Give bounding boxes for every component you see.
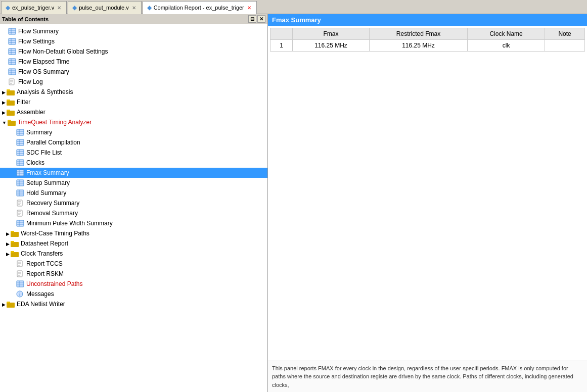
table-area: Fmax Restricted Fmax Clock Name Note 111… <box>268 26 587 361</box>
tree-item-clock_transfers[interactable]: ▶Clock Transfers <box>0 249 267 259</box>
tree-item-fmax_summary[interactable]: Fmax Summary <box>0 168 267 178</box>
tree-item-label: Removal Summary <box>26 210 78 217</box>
tree-item-label: Flow Elapsed Time <box>18 58 69 65</box>
svg-rect-31 <box>8 120 11 121</box>
tree-item-report_rskm[interactable]: Report RSKM <box>0 269 267 279</box>
doc-icon <box>16 209 24 217</box>
tab-ex-pulse-triger[interactable]: ◆ ex_pulse_triger.v ✕ <box>1 1 67 14</box>
tree-item-sdc_file[interactable]: SDC File List <box>0 148 267 158</box>
col-restricted-fmax: Restricted Fmax <box>369 28 467 40</box>
folder-icon <box>7 108 15 116</box>
tree-item-flow_elapsed[interactable]: Flow Elapsed Time <box>0 57 267 67</box>
tree-item-flow_settings[interactable]: Flow Settings <box>0 36 267 46</box>
folder-icon <box>8 118 16 126</box>
tab-close-2[interactable]: ✕ <box>131 5 137 11</box>
tree-item-fitter[interactable]: ▶Fitter <box>0 97 267 107</box>
svg-rect-29 <box>7 110 10 111</box>
tab-label-3: Compilation Report - ex_pulse_triger <box>154 5 244 11</box>
tree-item-timequest[interactable]: ▼TimeQuest Timing Analyzer <box>0 117 267 127</box>
expand-icon[interactable]: ▶ <box>2 90 6 95</box>
tab-file-icon-2: ◆ <box>72 4 77 11</box>
svg-rect-52 <box>17 180 24 186</box>
table-icon <box>16 280 24 288</box>
info-icon: i <box>16 290 24 298</box>
tree-indent: ▶ <box>2 99 7 106</box>
tree-item-analysis[interactable]: ▶Analysis & Synthesis <box>0 87 267 97</box>
tab-compilation-report[interactable]: ◆ Compilation Report - ex_pulse_triger ✕ <box>143 1 257 14</box>
expand-icon[interactable]: ▶ <box>6 252 10 257</box>
svg-rect-4 <box>9 38 16 44</box>
col-fmax: Fmax <box>293 28 370 40</box>
tree-item-recovery_summary[interactable]: Recovery Summary <box>0 198 267 208</box>
close-button[interactable]: ✕ <box>257 15 265 23</box>
svg-text:i: i <box>19 292 20 297</box>
tree-item-setup_summary[interactable]: Setup Summary <box>0 178 267 188</box>
expand-icon[interactable]: ▶ <box>2 302 6 307</box>
table-row: 1116.25 MHz116.25 MHzclk <box>270 40 585 52</box>
collapse-icon[interactable]: ▼ <box>2 120 7 125</box>
main-area: Table of Contents ⊟ ✕ Flow SummaryFlow S… <box>0 14 587 392</box>
tree-item-messages[interactable]: iMessages <box>0 289 267 299</box>
tree-item-removal_summary[interactable]: Removal Summary <box>0 208 267 218</box>
expand-icon[interactable]: ▶ <box>6 241 10 247</box>
expand-icon[interactable]: ▶ <box>6 231 10 236</box>
description-area: This panel reports FMAX for every clock … <box>268 361 587 393</box>
tree-item-flow_os[interactable]: Flow OS Summary <box>0 67 267 77</box>
tree-item-report_tccs[interactable]: Report TCCS <box>0 259 267 269</box>
table-icon <box>16 159 24 167</box>
tree-item-parallel_comp[interactable]: Parallel Compilation <box>0 137 267 148</box>
col-note: Note <box>545 28 585 40</box>
tree-item-summary[interactable]: Summary <box>0 127 267 137</box>
tab-report-icon: ◆ <box>147 4 152 11</box>
tree-item-unconstrained[interactable]: Unconstrained Paths <box>0 279 267 289</box>
tree-item-label: Recovery Summary <box>26 200 79 207</box>
table-icon <box>16 149 24 157</box>
tree-item-flow_summary[interactable]: Flow Summary <box>0 26 267 36</box>
tab-file-icon: ◆ <box>6 4 10 11</box>
tree-item-label: Analysis & Synthesis <box>17 88 73 95</box>
app-container: ◆ ex_pulse_triger.v ✕ ◆ pulse_out_module… <box>0 0 587 392</box>
expand-icon[interactable]: ▶ <box>2 110 6 115</box>
tree-indent: ▶ <box>6 250 11 257</box>
svg-rect-86 <box>17 281 24 287</box>
tab-close-3[interactable]: ✕ <box>246 5 252 11</box>
tree-indent: ▶ <box>2 109 7 116</box>
col-clock-name: Clock Name <box>468 28 545 40</box>
tree-container[interactable]: Flow SummaryFlow SettingsFlow Non-Defaul… <box>0 24 267 392</box>
table-icon <box>8 68 16 76</box>
tree-item-hold_summary[interactable]: Hold Summary <box>0 188 267 198</box>
tree-item-label: Worst-Case Timing Paths <box>21 230 89 237</box>
tree-item-worst_case[interactable]: ▶Worst-Case Timing Paths <box>0 228 267 238</box>
cell-note <box>545 40 585 52</box>
table-icon <box>16 138 24 146</box>
svg-rect-44 <box>17 160 24 166</box>
tab-close-1[interactable]: ✕ <box>56 5 62 11</box>
right-panel: Fmax Summary Fmax Restricted Fmax Clock … <box>268 14 587 392</box>
tree-item-flow_log[interactable]: Flow Log <box>0 77 267 87</box>
dock-button[interactable]: ⊟ <box>248 15 256 23</box>
tree-item-assembler[interactable]: ▶Assembler <box>0 107 267 117</box>
tree-indent: ▼ <box>2 119 8 126</box>
table-icon <box>8 27 16 35</box>
tree-item-label: Fmax Summary <box>26 169 69 176</box>
tree-item-eda_netlist[interactable]: ▶EDA Netlist Writer <box>0 299 267 309</box>
tab-label-2: pulse_out_module.v <box>79 5 128 11</box>
tree-item-clocks[interactable]: Clocks <box>0 158 267 168</box>
svg-rect-40 <box>17 150 24 156</box>
table-header-row: Fmax Restricted Fmax Clock Name Note <box>270 28 585 40</box>
tree-item-label: SDC File List <box>26 149 62 156</box>
table-icon <box>16 169 24 177</box>
tree-item-label: Report TCCS <box>26 260 63 267</box>
left-panel: Table of Contents ⊟ ✕ Flow SummaryFlow S… <box>0 14 268 392</box>
svg-rect-68 <box>17 220 24 226</box>
tab-pulse-out-module[interactable]: ◆ pulse_out_module.v ✕ <box>68 1 141 14</box>
tree-item-label: Report RSKM <box>26 270 64 277</box>
svg-rect-26 <box>7 101 15 106</box>
expand-icon[interactable]: ▶ <box>2 100 6 105</box>
tree-indent: ▶ <box>6 230 11 237</box>
tree-item-min_pulse[interactable]: Minimum Pulse Width Summary <box>0 218 267 228</box>
tree-item-flow_non_default[interactable]: Flow Non-Default Global Settings <box>0 46 267 57</box>
tree-item-datasheet[interactable]: ▶Datasheet Report <box>0 238 267 249</box>
folder-icon <box>11 239 19 248</box>
folder-icon <box>7 88 15 96</box>
